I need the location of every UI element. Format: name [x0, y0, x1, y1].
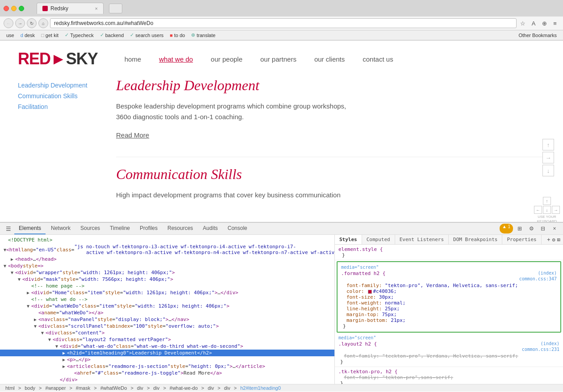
bookmark-use[interactable]: use [4, 32, 17, 39]
status-div4[interactable]: div [222, 385, 232, 391]
status-what-we-do[interactable]: #what-we-do [168, 385, 200, 391]
style-source-index[interactable]: (index) [538, 271, 557, 275]
devtools-right-icons: ▲ 1 ⊞ ⚙ ⊟ × [500, 224, 559, 234]
code-line-mask[interactable]: ▼ <div id="mask" style="width: 7566px; h… [0, 276, 334, 283]
home-button[interactable]: ⌂ [38, 18, 48, 28]
prop-margin-top: margin-top: 75px; [346, 312, 557, 317]
add-style-icon[interactable]: + [547, 237, 550, 243]
code-line-head[interactable]: ▶ <head>…</head> [0, 256, 334, 263]
status-div1[interactable]: div [135, 385, 145, 391]
devtools-tab-sources[interactable]: Sources [76, 223, 104, 234]
status-wrapper[interactable]: #wrapper [44, 385, 68, 391]
bookmark-desk[interactable]: d desk [18, 32, 38, 39]
key-right[interactable]: → [552, 206, 560, 214]
sidebar-link-facilitation[interactable]: Facilitation [18, 103, 107, 110]
scroll-up-arrow[interactable]: ↑ [542, 139, 554, 150]
common-css-347[interactable]: common.css:347 [519, 276, 557, 281]
devtools-tab-timeline[interactable]: Timeline [105, 223, 134, 234]
nav-what-we-do[interactable]: what we do [159, 55, 193, 63]
devtools-tab-profiles[interactable]: Profiles [135, 223, 162, 234]
code-line-layout2[interactable]: ▼ <div class="layout2 formatted vertPage… [0, 336, 334, 343]
devtools-close-icon[interactable]: × [550, 224, 559, 234]
reload-button[interactable]: ↻ [27, 18, 37, 28]
devtools-tab-console[interactable]: Console [223, 223, 252, 234]
sidebar-link-communication[interactable]: Communication Skills [18, 92, 107, 100]
star-icon[interactable]: ☆ [518, 19, 527, 28]
code-line-article[interactable]: ▶ <article class="readmore-js-section" s… [0, 363, 334, 370]
color-swatch[interactable] [368, 290, 372, 294]
cast-icon[interactable]: ⊕ [540, 19, 549, 28]
layout2-source-index[interactable]: (index) [541, 341, 559, 346]
key-down[interactable]: ↓ [543, 206, 551, 214]
bookmark-typecheck[interactable]: ✓ Typecheck [62, 31, 96, 39]
code-line-whatwedo[interactable]: ▼ <div id="whatWeDo" class="item" style=… [0, 303, 334, 309]
code-line-anchor[interactable]: <a name="whatWeDo"></a> [0, 309, 334, 316]
status-div3[interactable]: div [206, 385, 216, 391]
bookmark-other[interactable]: Other Bookmarks [516, 32, 559, 39]
sidebar-link-leadership[interactable]: Leadership Development [18, 82, 107, 89]
devtools-tab-network[interactable]: Network [46, 223, 75, 234]
status-whatwedo[interactable]: #whatWeDo [99, 385, 129, 391]
new-tab-button[interactable] [109, 4, 122, 13]
styles-tab-event-listeners[interactable]: Event Listeners [395, 235, 449, 244]
status-div2[interactable]: div [151, 385, 161, 391]
code-line-wrapper[interactable]: ▼ <div id="wrapper" style="width: 1261px… [0, 269, 334, 276]
back-button[interactable]: ← [4, 18, 13, 28]
styles-tab-properties[interactable]: Properties [502, 235, 541, 244]
bookmark-translate[interactable]: ⊕ translate [188, 31, 218, 39]
bookmark-searchusers[interactable]: ✓ search users [127, 31, 166, 39]
active-tab[interactable]: Redsky × [37, 3, 104, 14]
code-line-body[interactable]: ▼ <body style=> [0, 263, 334, 269]
devtools-inspect-icon[interactable]: ☰ [4, 224, 13, 234]
prop-line-height: line-height: 25px; [346, 306, 557, 312]
code-line-html[interactable]: ▼ <html lang="en-US" class="js no-touch … [0, 243, 334, 256]
bookmark-backend[interactable]: ✓ backend [97, 31, 127, 39]
status-h2-item1heading0[interactable]: h2#item1heading0 [238, 385, 283, 391]
code-line-scrollpanel[interactable]: ▼ <div class="scrollPanel" tabindex="100… [0, 323, 334, 329]
close-button[interactable] [4, 6, 9, 11]
bookmark-getkit[interactable]: □ get kit [38, 32, 61, 39]
code-line-what-we-do-div[interactable]: ▼ <div id="what-we-do" class="what-we-do… [0, 343, 334, 350]
styles-tab-styles[interactable]: Styles [335, 235, 362, 244]
maximize-button[interactable] [19, 6, 24, 11]
read-more-link[interactable]: Read More [116, 131, 149, 139]
devtools-expand-icon[interactable]: ⊞ [515, 224, 525, 234]
common-css-231[interactable]: common.css:231 [522, 347, 559, 352]
devtools-tab-resources[interactable]: Resources [163, 223, 197, 234]
nav-our-clients[interactable]: our clients [314, 55, 345, 63]
devtools-dock-icon[interactable]: ⊟ [538, 224, 548, 234]
nav-home[interactable]: home [125, 55, 142, 63]
scroll-right-arrow[interactable]: → [542, 152, 554, 163]
bookmark-todo[interactable]: ■ to do [167, 32, 188, 39]
devtools-tab-elements[interactable]: Elements [14, 223, 46, 234]
tab-close-button[interactable]: × [95, 6, 98, 11]
nav-our-people[interactable]: our people [211, 55, 242, 63]
forward-button[interactable]: → [15, 18, 25, 28]
status-mask[interactable]: #mask [74, 385, 92, 391]
style-toggle-icon[interactable]: ⊞ [557, 237, 560, 243]
code-line-a-readmore[interactable]: <a href="#" class="readmore-js-toggle">R… [0, 370, 334, 376]
status-body[interactable]: body [23, 385, 37, 391]
devtools-settings-icon[interactable]: ⚙ [526, 224, 536, 234]
formatted-h2-selector-line: .formatted h2 { (index) [341, 271, 557, 276]
code-line-home[interactable]: ▶ <div id="Home" class="item" style="wid… [0, 289, 334, 296]
code-line-nav[interactable]: ▶ <nav class="navPanel" style="display: … [0, 316, 334, 323]
key-left[interactable]: ← [534, 206, 542, 214]
code-line-content[interactable]: ▼ <div class="content"> [0, 329, 334, 336]
minimize-button[interactable] [11, 6, 17, 11]
code-line-h2-selected[interactable]: ▶ <h2 id="item1heading0">Leadership Deve… [0, 350, 334, 356]
nav-contact-us[interactable]: contact us [363, 55, 393, 63]
style-settings-icon[interactable]: ⚙ [552, 237, 555, 243]
nav-our-partners[interactable]: our partners [260, 55, 296, 63]
code-line-p[interactable]: ▶ <p>…</p> [0, 356, 334, 363]
key-up[interactable]: ↑ [543, 197, 551, 205]
styles-tab-computed[interactable]: Computed [362, 235, 395, 244]
scroll-down-arrow[interactable]: ↓ [542, 165, 554, 176]
status-html[interactable]: html [4, 385, 17, 391]
translate-icon[interactable]: A [529, 19, 538, 28]
code-line-comment-home: <!-- home page --> [0, 283, 334, 289]
menu-icon[interactable]: ≡ [550, 19, 559, 28]
styles-tab-dom-breakpoints[interactable]: DOM Breakpoints [449, 235, 502, 244]
address-bar[interactable]: redsky.firthwebworks.com.au/#whatWeDo [50, 18, 517, 28]
devtools-tab-audits[interactable]: Audits [198, 223, 222, 234]
